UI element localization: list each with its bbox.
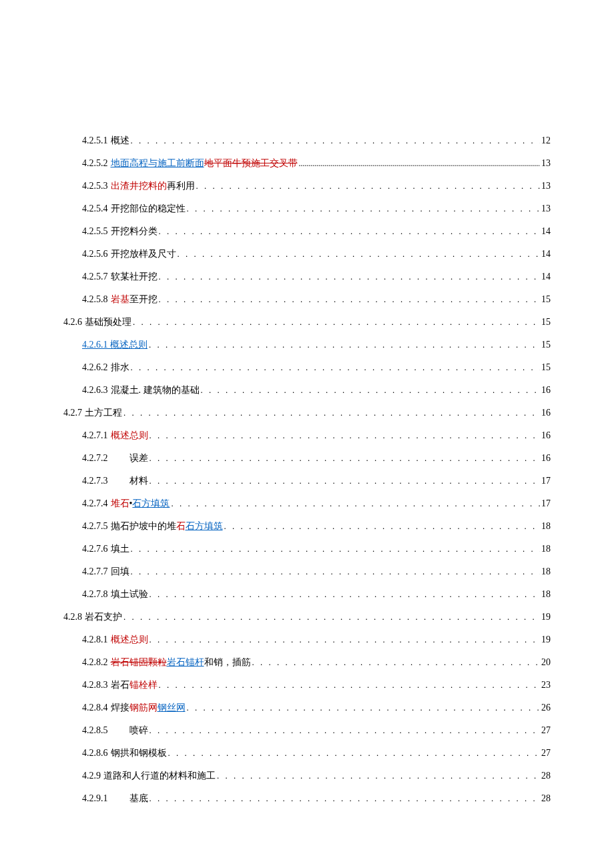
toc-title-segment: 概述 — [111, 135, 129, 145]
toc-title: 土方工程 — [85, 406, 122, 420]
toc-number: 4.2.8.1 — [82, 632, 108, 646]
toc-link[interactable]: 4.2.6.1 概述总则 — [82, 340, 147, 350]
toc-page-number: 18 — [541, 587, 551, 601]
toc-leader-dots: . . . . . . . . . . . . . . . . . . . . … — [149, 588, 541, 601]
toc-title-segment: 和销，插筋 — [204, 657, 251, 667]
toc-title: 地面高程与施工前断面地平面牛预施工交叉带 — [111, 156, 298, 170]
toc-link[interactable]: 石方填筑 — [132, 498, 170, 508]
toc-title: 出渣井挖料的再利用 — [111, 179, 195, 193]
toc-page-number: 20 — [541, 655, 551, 669]
toc-title: 钢拱和钢模板 — [111, 746, 167, 760]
toc-leader-dots: . . . . . . . . . . . . . . . . . . . . … — [149, 429, 541, 442]
toc-entry: 4.2.7.2误差 . . . . . . . . . . . . . . . … — [82, 451, 551, 465]
toc-page-number: 14 — [541, 270, 551, 284]
toc-leader-dots: . . . . . . . . . . . . . . . . . . . . … — [196, 179, 541, 193]
toc-link[interactable]: 钢丝网 — [158, 703, 186, 713]
table-of-contents: 4.2.5.1概述. . . . . . . . . . . . . . . .… — [63, 133, 551, 805]
toc-leader-dots: . . . . . . . . . . . . . . . . . . . . … — [159, 270, 541, 284]
toc-leader-dots: . . . . . . . . . . . . . . . . . . . . … — [159, 293, 541, 306]
toc-leader-dots: . . . . . . . . . . . . . . . . . . . . … — [217, 769, 540, 783]
toc-title: 堆石•石方填筑 — [111, 496, 170, 510]
toc-title-segment: 基底 — [129, 793, 148, 803]
toc-title-segment: 再利用 — [167, 181, 195, 191]
toc-number: 4.2.6.3 — [82, 383, 108, 397]
toc-title: 回填 — [111, 564, 129, 578]
toc-title-segment: 开挖料分类 — [111, 226, 158, 236]
toc-title-segment: 钢拱和钢模板 — [111, 748, 167, 758]
toc-title: 填土试验 — [111, 587, 148, 601]
toc-leader-dots: . . . . . . . . . . . . . . . . . . . . … — [123, 406, 540, 420]
toc-link[interactable]: 石方填筑 — [186, 521, 223, 531]
toc-title: 开挖放样及尺寸 — [111, 247, 176, 261]
toc-link[interactable]: 岩石锚杆 — [167, 657, 204, 667]
toc-number: 4.2.6 — [63, 315, 82, 329]
toc-leader-dots: . . . . . . . . . . . . . . . . . . . . … — [131, 361, 541, 374]
toc-number: 4.2.7.6 — [82, 542, 108, 556]
toc-entry: 4.2.5.2地面高程与施工前断面地平面牛预施工交叉带.............… — [82, 156, 551, 170]
toc-number: 4.2.5.7 — [82, 270, 108, 284]
toc-number: 4.2.6.2 — [82, 360, 108, 374]
toc-page-number: 16 — [541, 451, 551, 465]
toc-number: 4.2.7.8 — [82, 587, 108, 601]
toc-title: 焊接钢筋网钢丝网 — [111, 701, 186, 715]
toc-title-segment: 焊接 — [111, 703, 129, 713]
toc-number: 4.2.8.3 — [82, 678, 108, 692]
toc-entry: 4.2.7.7回填. . . . . . . . . . . . . . . .… — [82, 564, 551, 578]
toc-title-segment: 土方工程 — [85, 408, 122, 418]
toc-title-segment: 锚栓样 — [129, 680, 158, 690]
toc-page-number: 28 — [541, 769, 551, 783]
toc-title-segment: 道路和人行道的材料和施工 — [103, 771, 216, 781]
toc-leader-dots: . . . . . . . . . . . . . . . . . . . . … — [159, 679, 541, 692]
toc-title: 概述总则 — [111, 632, 148, 646]
toc-title: 混凝土. 建筑物的基础 — [111, 383, 200, 397]
toc-number: 4.2.5.3 — [82, 179, 108, 193]
toc-number: 4.2.8.5 — [82, 723, 108, 737]
toc-title: 基底 — [129, 791, 148, 805]
toc-title-segment: 填土 — [111, 544, 129, 554]
toc-page-number: 17 — [541, 496, 551, 510]
toc-page-number: 23 — [541, 678, 551, 692]
toc-title-segment: 石 — [176, 521, 186, 531]
toc-page-number: 26 — [541, 701, 551, 715]
toc-title-segment: 岩石支护 — [85, 612, 122, 622]
toc-leader-dots: . . . . . . . . . . . . . . . . . . . . … — [159, 225, 541, 238]
toc-entry: 4.2.8.2岩石锚固颗粒岩石锚杆和销，插筋 . . . . . . . . .… — [82, 655, 551, 669]
toc-page-number: 16 — [541, 383, 551, 397]
toc-title-segment: 软某社开挖 — [111, 272, 158, 282]
toc-entry: 4.2.7.5抛石护坡中的堆石石方填筑 . . . . . . . . . . … — [82, 519, 551, 533]
toc-entry: 4.2.5.8岩基至开挖. . . . . . . . . . . . . . … — [82, 292, 551, 306]
toc-title-segment: 地平面牛预施工交叉带 — [204, 158, 298, 168]
toc-number: 4.2.7.3 — [82, 474, 108, 488]
toc-leader-dots: . . . . . . . . . . . . . . . . . . . . … — [168, 747, 541, 760]
toc-page-number: 17 — [541, 474, 551, 488]
toc-leader-dots: . . . . . . . . . . . . . . . . . . . . … — [201, 384, 541, 397]
toc-title: 软某社开挖 — [111, 270, 158, 284]
toc-leader-dots: . . . . . . . . . . . . . . . . . . . . … — [178, 248, 541, 261]
toc-page-number: 15 — [541, 315, 551, 329]
toc-title-segment: 概述总则 — [111, 430, 148, 440]
toc-title: 排水 — [111, 360, 129, 374]
toc-number: 4.2.7.2 — [82, 451, 108, 465]
toc-number: 4.2.8.2 — [82, 655, 108, 669]
toc-entry: 4.2.5.7软某社开挖. . . . . . . . . . . . . . … — [82, 270, 551, 284]
toc-number: 4.2.7.7 — [82, 564, 108, 578]
toc-title: 岩石支护 — [85, 610, 122, 624]
toc-title-segment: 出渣井挖料的 — [111, 181, 167, 191]
toc-number: 4.2.5.5 — [82, 224, 108, 238]
toc-link[interactable]: 地面高程与施工前断面 — [111, 158, 204, 168]
toc-entry: 4.2.7.4堆石•石方填筑. . . . . . . . . . . . . … — [82, 496, 551, 510]
toc-leader-dots: . . . . . . . . . . . . . . . . . . . . … — [131, 134, 541, 147]
toc-page-number: 18 — [541, 519, 551, 533]
toc-number: 4.2.8 — [63, 610, 82, 624]
toc-leader-dots: . . . . . . . . . . . . . . . . . . . . … — [133, 316, 540, 329]
toc-page-number: 16 — [541, 428, 551, 442]
toc-leader-dots: . . . . . . . . . . . . . . . . . . . . … — [149, 724, 541, 737]
toc-leader-dots: ........................................… — [299, 157, 541, 169]
toc-page-number: 14 — [541, 224, 551, 238]
toc-page-number: 18 — [541, 564, 551, 578]
toc-title: 抛石护坡中的堆石石方填筑 — [111, 519, 223, 533]
toc-entry: 4.2.5.6开挖放样及尺寸. . . . . . . . . . . . . … — [82, 247, 551, 261]
toc-entry: 4.2.6.1 概述总则. . . . . . . . . . . . . . … — [82, 338, 551, 352]
toc-entry: 4.2.5.1概述. . . . . . . . . . . . . . . .… — [82, 133, 551, 147]
toc-page-number: 18 — [541, 542, 551, 556]
